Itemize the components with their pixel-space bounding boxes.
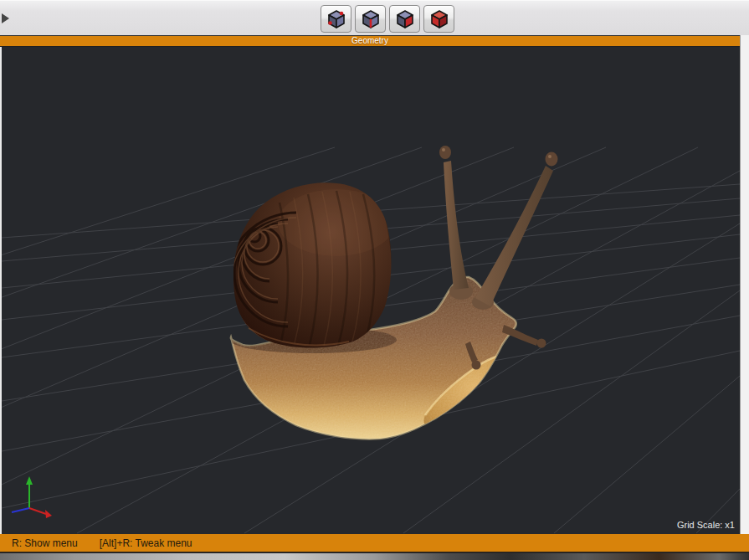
top-toolbar (0, 0, 749, 35)
snail-model[interactable] (215, 146, 558, 449)
viewport-canvas (2, 47, 740, 534)
viewport-3d[interactable]: Grid Scale: x1 (2, 47, 740, 534)
geometry-panel-header: Geometry (0, 35, 740, 47)
status-hint-show-menu: R: Show menu (12, 537, 78, 549)
status-bar: R: Show menu [Alt]+R: Tweak menu (0, 534, 749, 552)
display-mode-edges-button[interactable] (355, 5, 386, 33)
cube-vertices-icon (326, 8, 347, 30)
geometry-panel-title: Geometry (351, 36, 388, 46)
display-mode-solid-button[interactable] (423, 5, 454, 33)
grid-scale-label: Grid Scale: x1 (677, 520, 735, 530)
display-mode-buttons (321, 5, 454, 33)
cube-edges-icon (360, 8, 382, 30)
cube-solid-icon (428, 8, 450, 30)
window-bottom-border (0, 553, 749, 560)
window-right-border (740, 35, 749, 534)
status-hint-tweak-menu: [Alt]+R: Tweak menu (100, 537, 192, 549)
panel-expand-arrow-icon[interactable] (2, 13, 9, 23)
display-mode-faces-button[interactable] (389, 5, 420, 33)
app-window: Geometry (0, 0, 749, 560)
display-mode-vertices-button[interactable] (321, 5, 351, 33)
cube-faces-icon (394, 8, 416, 30)
xyz-axis-gizmo-icon (12, 476, 52, 518)
